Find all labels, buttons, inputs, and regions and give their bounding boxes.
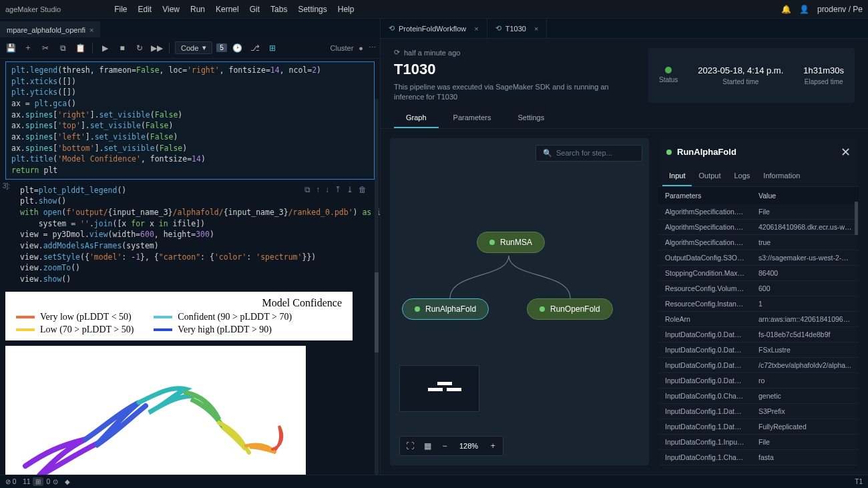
status-mode[interactable]: ⊘ 0 — [5, 478, 16, 485]
legend-item: Very high (pLDDT > 90) — [154, 324, 292, 335]
fit-icon[interactable]: ▦ — [419, 439, 435, 453]
pipeline-tab-settings[interactable]: Settings — [505, 108, 556, 128]
table-row[interactable]: ResourceConfig.InstanceCount1 — [658, 296, 859, 312]
menu-git[interactable]: Git — [250, 5, 260, 14]
duplicate-icon[interactable]: ⧉ — [304, 185, 310, 194]
delete-cell-icon[interactable]: 🗑 — [359, 185, 367, 194]
details-tab-input[interactable]: Input — [662, 166, 692, 186]
git-icon[interactable]: ⎇ — [248, 41, 262, 55]
table-row[interactable]: OutputDataConfig.S3Output...s3://sagemak… — [658, 250, 859, 266]
table-row[interactable]: InputDataConfig.1.InputModeFile — [658, 435, 859, 450]
insert-below-icon[interactable]: ⤓ — [347, 185, 353, 194]
move-down-icon[interactable]: ↓ — [325, 185, 329, 194]
details-tab-output[interactable]: Output — [692, 166, 727, 186]
table-row[interactable]: InputDataConfig.1.DataSourc...FullyRepli… — [658, 419, 859, 435]
bell-icon[interactable]: 🔔 — [781, 5, 791, 14]
menu-file[interactable]: File — [114, 5, 127, 14]
notebook-toolbar: 💾 ＋ ✂ ⧉ 📋 ▶ ■ ↻ ▶▶ Code ▾ 5 🕑 ⎇ ⊞ Cluste… — [0, 37, 380, 59]
insert-above-icon[interactable]: ⤒ — [335, 185, 341, 194]
scrollbar-thumb[interactable] — [375, 272, 379, 352]
table-row[interactable]: InputDataConfig.1.DataSourc...S3Prefix — [658, 404, 859, 419]
panel-tab[interactable]: ⟲T1030× — [487, 19, 548, 38]
scrollbar-thumb[interactable] — [855, 202, 858, 235]
table-row[interactable]: RoleArnarn:aws:iam::420618410968:r... — [658, 312, 859, 327]
move-up-icon[interactable]: ↑ — [316, 185, 320, 194]
status-label: Status — [659, 76, 678, 83]
node-runalphafold[interactable]: RunAlphaFold — [402, 298, 489, 320]
variable-icon[interactable]: ⊞ — [266, 41, 279, 55]
close-icon[interactable]: ✕ — [841, 145, 851, 160]
protein-3d-output[interactable] — [5, 346, 306, 475]
run-icon[interactable]: ▶ — [98, 41, 112, 55]
menu-edit[interactable]: Edit — [138, 5, 152, 14]
restart-icon[interactable]: ↻ — [133, 41, 146, 55]
cell-actions: ⧉ ↑ ↓ ⤒ ⤓ 🗑 — [304, 185, 367, 194]
status-card: Status 2023-05-18, 4:14 p.m. Started tim… — [648, 48, 855, 103]
details-title: RunAlphaFold — [677, 147, 736, 157]
graph-canvas[interactable]: 🔍 Search for step... RunMSA RunAlphaFold — [390, 138, 649, 465]
parameter-table[interactable]: Parameters Value AlgorithmSpecification.… — [658, 187, 859, 465]
search-step-input[interactable]: 🔍 Search for step... — [535, 145, 642, 162]
user-icon[interactable]: 👤 — [799, 5, 809, 14]
run-all-icon[interactable]: ▶▶ — [150, 41, 164, 55]
menu-run[interactable]: Run — [190, 5, 205, 14]
table-row[interactable]: InputDataConfig.0.DataSourc...ro — [658, 373, 859, 389]
pipeline-pane: ⟲ProteinFoldWorkflow×⟲T1030× ⟳ half a mi… — [381, 19, 868, 475]
fullscreen-icon[interactable]: ⛶ — [402, 439, 418, 453]
paste-icon[interactable]: 📋 — [73, 41, 87, 55]
workflow-icon: ⟲ — [495, 24, 501, 33]
node-runopenfold[interactable]: RunOpenFold — [527, 298, 613, 320]
table-row[interactable]: InputDataConfig.0.DataSourc...fs-018eb7c… — [658, 327, 859, 342]
add-cell-icon[interactable]: ＋ — [21, 41, 35, 55]
user-label[interactable]: prodenv / Pe — [817, 5, 863, 14]
zoom-out-icon[interactable]: − — [437, 439, 453, 453]
celltype-select[interactable]: Code ▾ — [175, 41, 212, 54]
notebook-body[interactable]: plt.legend(thresh, frameon=False, loc='r… — [0, 59, 380, 475]
menu-view[interactable]: View — [162, 5, 180, 14]
legend-item: Low (70 > pLDDT > 50) — [16, 324, 134, 335]
table-row[interactable]: ResourceConfig.VolumeSizeIn...600 — [658, 281, 859, 296]
code-cell[interactable]: plt=plot_plddt_legend()plt.show()with op… — [15, 182, 375, 288]
cluster-label[interactable]: Cluster — [331, 44, 354, 52]
table-row[interactable]: AlgorithmSpecification.Enabl...true — [658, 235, 859, 250]
refresh-icon[interactable]: ⟳ — [394, 48, 400, 57]
table-row[interactable]: InputDataConfig.1.ChannelNa...fasta — [658, 450, 859, 465]
table-row[interactable]: AlgorithmSpecification.TrainI...42061841… — [658, 220, 859, 235]
close-icon[interactable]: × — [474, 25, 478, 33]
elapsed-time: 1h31m30s — [803, 65, 844, 75]
legend-item: Very low (pLDDT < 50) — [16, 312, 134, 322]
stop-icon[interactable]: ■ — [116, 41, 129, 55]
save-icon[interactable]: 💾 — [4, 41, 17, 55]
menu-tabs[interactable]: Tabs — [270, 5, 287, 14]
kernel-status-icon[interactable]: ● — [359, 44, 363, 52]
table-row[interactable]: InputDataConfig.0.ChannelNa...genetic — [658, 389, 859, 404]
close-icon[interactable]: × — [534, 25, 538, 33]
menu-help[interactable]: Help — [338, 5, 355, 14]
clock-icon[interactable]: 🕑 — [231, 41, 244, 55]
scrollbar[interactable] — [375, 99, 379, 475]
kernel-badge[interactable]: 5 — [216, 43, 227, 52]
table-row[interactable]: InputDataConfig.0.DataSourc.../c72txbev/… — [658, 358, 859, 373]
zoom-in-icon[interactable]: + — [485, 439, 501, 453]
code-cell-active[interactable]: plt.legend(thresh, frameon=False, loc='r… — [5, 61, 375, 180]
table-row[interactable]: AlgorithmSpecification.TrainI...File — [658, 204, 859, 220]
node-runmsa[interactable]: RunMSA — [477, 232, 545, 253]
cut-icon[interactable]: ✂ — [39, 41, 52, 55]
file-tab[interactable]: mpare_alphafold_openfi × — [0, 21, 100, 37]
menu-settings[interactable]: Settings — [298, 5, 327, 14]
more-icon[interactable]: ⋯ — [369, 43, 376, 52]
details-tab-logs[interactable]: Logs — [728, 166, 757, 186]
started-time: 2023-05-18, 4:14 p.m. — [698, 65, 783, 75]
details-tab-information[interactable]: Information — [756, 166, 807, 186]
pipeline-tab-parameters[interactable]: Parameters — [441, 108, 503, 128]
table-row[interactable]: StoppingCondition.MaxRunti...86400 — [658, 266, 859, 281]
pipeline-tab-graph[interactable]: Graph — [394, 108, 439, 128]
close-icon[interactable]: × — [89, 26, 93, 34]
panel-tab[interactable]: ⟲ProteinFoldWorkflow× — [381, 19, 487, 38]
table-row[interactable]: InputDataConfig.0.DataSourc...FSxLustre — [658, 342, 859, 358]
pipeline-description: This pipeline was executed via SageMaker… — [394, 82, 634, 103]
terminal-icon[interactable]: ◆ — [65, 478, 70, 485]
copy-icon[interactable]: ⧉ — [56, 41, 69, 55]
minimap[interactable] — [399, 365, 479, 412]
menu-kernel[interactable]: Kernel — [216, 5, 239, 14]
